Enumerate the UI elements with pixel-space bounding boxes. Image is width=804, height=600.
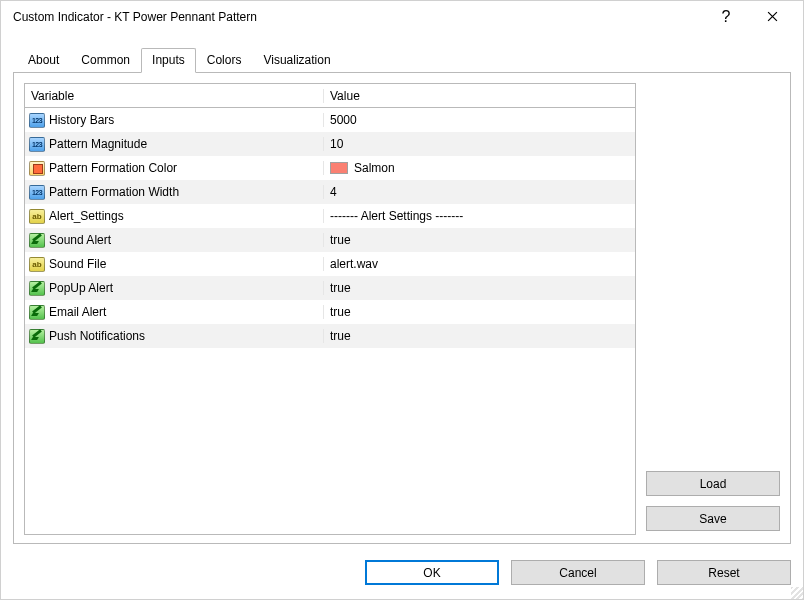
tab-common[interactable]: Common [70,48,141,73]
load-button[interactable]: Load [646,471,780,496]
variable-cell: History Bars [25,113,323,128]
variable-name: Alert_Settings [49,209,124,223]
table-row[interactable]: Pattern Formation ColorSalmon [25,156,635,180]
tab-inputs[interactable]: Inputs [141,48,196,73]
value-cell[interactable]: 10 [323,137,635,151]
grid-header: Variable Value [25,84,635,108]
value-cell[interactable]: 4 [323,185,635,199]
value-text: 10 [330,137,343,151]
variable-name: Sound File [49,257,106,271]
int-type-icon [29,137,45,152]
value-text: true [330,233,351,247]
titlebar: Custom Indicator - KT Power Pennant Patt… [1,1,803,33]
bool-type-icon [29,305,45,320]
close-icon [767,9,778,25]
value-text: true [330,305,351,319]
variable-name: Email Alert [49,305,106,319]
variable-cell: Pattern Magnitude [25,137,323,152]
int-type-icon [29,113,45,128]
variable-cell: Pattern Formation Width [25,185,323,200]
value-cell[interactable]: alert.wav [323,257,635,271]
close-button[interactable] [749,1,795,33]
value-cell[interactable]: true [323,305,635,319]
variable-name: Push Notifications [49,329,145,343]
resize-grip-icon[interactable] [791,587,803,599]
value-text: true [330,281,351,295]
tab-colors[interactable]: Colors [196,48,253,73]
variable-name: History Bars [49,113,114,127]
int-type-icon [29,185,45,200]
value-cell[interactable]: ------- Alert Settings ------- [323,209,635,223]
value-text: 4 [330,185,337,199]
str-type-icon [29,257,45,272]
table-row[interactable]: Pattern Magnitude10 [25,132,635,156]
column-header-variable[interactable]: Variable [25,89,323,103]
value-cell[interactable]: true [323,233,635,247]
str-type-icon [29,209,45,224]
reset-button[interactable]: Reset [657,560,791,585]
value-text: 5000 [330,113,357,127]
save-button[interactable]: Save [646,506,780,531]
value-text: alert.wav [330,257,378,271]
window-title: Custom Indicator - KT Power Pennant Patt… [13,10,703,24]
value-text: ------- Alert Settings ------- [330,209,463,223]
variable-cell: Push Notifications [25,329,323,344]
value-text: true [330,329,351,343]
ok-button[interactable]: OK [365,560,499,585]
bool-type-icon [29,233,45,248]
value-cell[interactable]: true [323,329,635,343]
help-button[interactable]: ? [703,1,749,33]
variable-name: Pattern Magnitude [49,137,147,151]
variable-cell: Sound Alert [25,233,323,248]
table-row[interactable]: Push Notificationstrue [25,324,635,348]
table-row[interactable]: Alert_Settings------- Alert Settings ---… [25,204,635,228]
tab-about[interactable]: About [17,48,70,73]
variable-cell: PopUp Alert [25,281,323,296]
tab-strip: About Common Inputs Colors Visualization [13,47,791,72]
variable-cell: Email Alert [25,305,323,320]
bool-type-icon [29,281,45,296]
table-row[interactable]: PopUp Alerttrue [25,276,635,300]
value-cell[interactable]: 5000 [323,113,635,127]
variable-name: Sound Alert [49,233,111,247]
table-row[interactable]: Email Alerttrue [25,300,635,324]
table-row[interactable]: History Bars5000 [25,108,635,132]
parameter-grid[interactable]: Variable Value History Bars5000Pattern M… [24,83,636,535]
color-swatch [330,162,348,174]
cancel-button[interactable]: Cancel [511,560,645,585]
bool-type-icon [29,329,45,344]
help-icon: ? [722,8,731,26]
column-header-value[interactable]: Value [323,89,635,103]
table-row[interactable]: Sound Alerttrue [25,228,635,252]
tab-visualization[interactable]: Visualization [252,48,341,73]
variable-cell: Alert_Settings [25,209,323,224]
table-row[interactable]: Sound Filealert.wav [25,252,635,276]
variable-cell: Pattern Formation Color [25,161,323,176]
inputs-panel: Variable Value History Bars5000Pattern M… [13,72,791,544]
variable-name: Pattern Formation Color [49,161,177,175]
color-type-icon [29,161,45,176]
value-cell[interactable]: true [323,281,635,295]
value-text: Salmon [354,161,395,175]
variable-name: PopUp Alert [49,281,113,295]
value-cell[interactable]: Salmon [323,161,635,175]
variable-name: Pattern Formation Width [49,185,179,199]
table-row[interactable]: Pattern Formation Width4 [25,180,635,204]
variable-cell: Sound File [25,257,323,272]
